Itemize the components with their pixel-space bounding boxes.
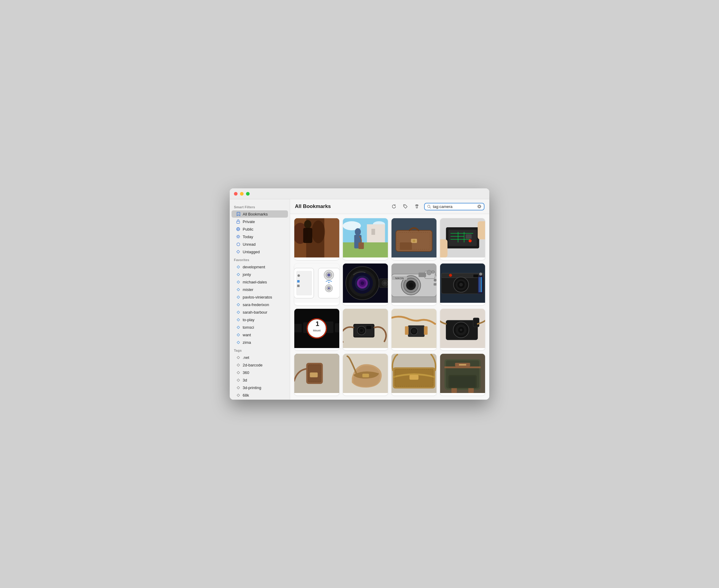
refresh-button[interactable] xyxy=(390,202,398,211)
bookmark-card-7[interactable]: NIKON Nikon Z fc | Interchang... xyxy=(392,264,437,305)
bookmark-info-2: Camera Bag – Satchel... www.satchel-page… xyxy=(343,257,388,260)
sidebar-item-michael-dales-label: michael-dales xyxy=(243,280,267,284)
bookmark-card-13[interactable] xyxy=(294,354,339,395)
diamond-fav-icon-8 xyxy=(236,317,240,322)
sidebar-item-zima-label: zima xyxy=(243,340,251,345)
close-button[interactable] xyxy=(234,192,237,195)
diamond-fav-icon xyxy=(236,265,240,269)
bookmark-card-3[interactable]: Brown Leather Classic... www.satchel-pag… xyxy=(392,218,437,260)
svg-point-26 xyxy=(304,220,312,229)
sidebar-item-tag-8bit[interactable]: 8-bit xyxy=(232,399,288,400)
svg-rect-46 xyxy=(448,230,477,246)
app-body: Smart Filters All Bookmarks xyxy=(230,199,489,400)
sidebar-item-sara[interactable]: sara-frederixon xyxy=(232,301,288,308)
sidebar-item-private[interactable]: Private xyxy=(232,218,288,225)
bookmark-card-11[interactable]: The ONA Oslo Leather... onabags.com xyxy=(392,309,437,351)
maximize-button[interactable] xyxy=(246,192,250,195)
sidebar-item-tag-3d[interactable]: 3d xyxy=(232,376,288,384)
svg-point-52 xyxy=(469,239,472,243)
sidebar-item-public[interactable]: Public xyxy=(232,226,288,233)
sidebar-item-mister-label: mister xyxy=(243,287,253,292)
bookmark-card-12[interactable]: The Presidio – ONA onabags.com xyxy=(440,309,485,351)
bookmarks-grid: Satchel & Page leather... www.satchel-pa… xyxy=(290,214,489,400)
bookmark-card-9[interactable]: 1 Mount One Mount Platform fo... www.son… xyxy=(294,309,339,351)
svg-rect-142 xyxy=(310,373,318,377)
sidebar-item-unread[interactable]: Unread xyxy=(232,240,288,248)
diamond-fav-icon-5 xyxy=(236,295,240,299)
bookmark-thumb-12 xyxy=(440,309,485,348)
bookmark-info-11: The ONA Oslo Leather... onabags.com xyxy=(392,348,437,351)
sidebar-item-today[interactable]: Today xyxy=(232,233,288,240)
bookmark-info-1: Satchel & Page leather... www.satchel-pa… xyxy=(294,257,339,260)
bookmark-card-15[interactable] xyxy=(392,354,437,395)
svg-rect-103 xyxy=(478,276,483,294)
sidebar-item-tag-dotnet[interactable]: .net xyxy=(232,354,288,361)
svg-rect-36 xyxy=(359,243,364,249)
sidebar-item-jonty[interactable]: jonty xyxy=(232,271,288,278)
bookmark-thumb-7: NIKON xyxy=(392,264,437,303)
sidebar-item-sarah-barbour[interactable]: sarah-barbour xyxy=(232,309,288,316)
sidebar-item-tag-68k[interactable]: 68k xyxy=(232,392,288,399)
sidebar-item-all-bookmarks[interactable]: All Bookmarks xyxy=(232,210,288,218)
sidebar-item-untagged-label: Untagged xyxy=(243,250,259,254)
svg-point-25 xyxy=(312,220,325,243)
tag-button[interactable] xyxy=(401,202,409,211)
svg-point-41 xyxy=(413,240,415,242)
diamond-tag-icon-4 xyxy=(236,378,240,382)
bookmark-thumb-3 xyxy=(392,218,437,257)
svg-rect-23 xyxy=(324,218,340,257)
bookmark-info-16 xyxy=(440,393,485,395)
bookmark-card-1[interactable]: Satchel & Page leather... www.satchel-pa… xyxy=(294,218,339,260)
svg-rect-94 xyxy=(434,283,437,286)
diamond-fav-icon-4 xyxy=(236,287,240,292)
sidebar-item-tag-3d-printing[interactable]: 3d-printing xyxy=(232,384,288,391)
bookmark-thumb-9: 1 Mount xyxy=(294,309,339,348)
bookmark-thumb-14 xyxy=(343,354,388,393)
bookmark-card-4[interactable]: Befinitiv's Digital Film... www.hackster… xyxy=(440,218,485,260)
sidebar-item-pavlos[interactable]: pavlos-vinieratos xyxy=(232,293,288,301)
sidebar-item-michael-dales[interactable]: michael-dales xyxy=(232,278,288,286)
sidebar-item-tag-360[interactable]: 360 xyxy=(232,369,288,376)
svg-line-10 xyxy=(239,237,239,238)
svg-point-108 xyxy=(479,273,482,276)
svg-point-129 xyxy=(412,329,416,333)
bookmark-info-12: The Presidio – ONA onabags.com xyxy=(440,348,485,351)
svg-point-93 xyxy=(434,279,437,281)
svg-rect-130 xyxy=(405,326,409,335)
bookmark-card-5[interactable]: RICOH THETA V – User... support.theta360… xyxy=(294,264,339,305)
sidebar-item-tomsci[interactable]: tomsci xyxy=(232,323,288,331)
delete-button[interactable] xyxy=(413,202,421,211)
sidebar-item-tag-2d-barcode[interactable]: 2d-barcode xyxy=(232,361,288,369)
bookmark-card-16[interactable] xyxy=(440,354,485,395)
minimize-button[interactable] xyxy=(240,192,244,195)
bookmark-card-10[interactable]: The ONA Sevilla Leath... onabags.com xyxy=(343,309,388,351)
bookmark-card-2[interactable]: Camera Bag – Satchel... www.satchel-page… xyxy=(343,218,388,260)
svg-rect-134 xyxy=(473,318,479,327)
bookmark-thumb-11 xyxy=(392,309,437,348)
svg-rect-125 xyxy=(366,326,371,329)
bookmark-card-8[interactable]: Paul Smith For Leica –... www.paulsmith.… xyxy=(440,264,485,305)
bookmark-thumb-8 xyxy=(440,264,485,303)
sidebar-item-want[interactable]: want xyxy=(232,331,288,338)
svg-point-88 xyxy=(409,283,414,288)
sidebar-item-untagged[interactable]: Untagged xyxy=(232,248,288,255)
bookmark-thumb-4 xyxy=(440,218,485,257)
svg-rect-160 xyxy=(459,364,466,365)
bookmark-info-5: RICOH THETA V – User... support.theta360… xyxy=(294,303,339,305)
favorites-label: Favorites xyxy=(230,256,290,263)
search-box[interactable] xyxy=(424,203,484,210)
search-clear-button[interactable] xyxy=(477,204,482,209)
diamond-icon xyxy=(236,249,240,254)
search-input[interactable] xyxy=(433,204,475,209)
bookmark-info-7: Nikon Z fc | Interchang... www.nikonusa.… xyxy=(392,303,437,305)
svg-point-80 xyxy=(383,281,387,285)
diamond-fav-icon-2 xyxy=(236,272,240,277)
bookmark-card-14[interactable] xyxy=(343,354,388,395)
sidebar-item-to-play[interactable]: to-play xyxy=(232,316,288,323)
bookmark-info-8: Paul Smith For Leica –... www.paulsmith.… xyxy=(440,303,485,305)
sidebar-item-mister[interactable]: mister xyxy=(232,286,288,293)
sidebar-item-development[interactable]: development xyxy=(232,263,288,270)
bookmark-card-6[interactable]: Dell's versatile UltraSh... www.theverge… xyxy=(343,264,388,305)
sidebar-item-zima[interactable]: zima xyxy=(232,339,288,346)
bookmark-info-10: The ONA Sevilla Leath... onabags.com xyxy=(343,348,388,351)
